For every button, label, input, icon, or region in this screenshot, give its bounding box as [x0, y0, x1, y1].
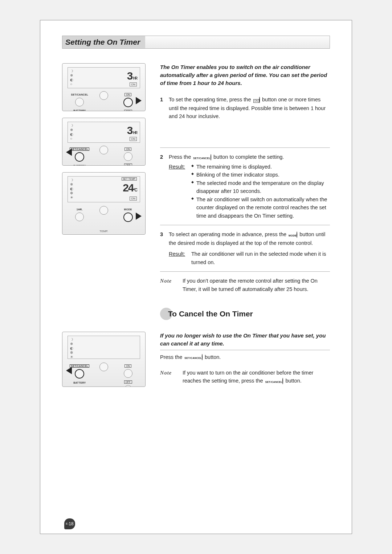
- step-number: 2: [160, 153, 169, 220]
- unlabeled-button-icon: [99, 91, 108, 100]
- cancel-columns: ☽❄◐✼☀ SET/CANCELBATTERY ONOFF If you no …: [62, 332, 330, 393]
- remote-illustration-2: ☽❄◐○ 3HR ON SET/CANCELBATTERY ONOFF: [62, 118, 146, 166]
- timer-unit: HR: [133, 76, 137, 80]
- remote-button-row: SET/CANCELBATTERY ONOFF: [68, 362, 140, 387]
- result-item: The selected mode and the temperature on…: [191, 179, 330, 195]
- remote-screen: ☽❄◐○ 3HR ON: [68, 67, 140, 88]
- unlabeled-button-icon: [99, 206, 108, 215]
- remote-button-row: SET/CANCELBATTERY ONOFF: [68, 90, 140, 111]
- on-timer-inline-icon: ON: [253, 96, 260, 104]
- result-label: Result:: [169, 250, 191, 266]
- cancel-left-column: ☽❄◐✼☀ SET/CANCELBATTERY ONOFF: [62, 332, 146, 393]
- set-cancel-label: SET/CANCEL: [71, 93, 88, 96]
- pointer-icon: [66, 149, 72, 156]
- hr-label: 1HR.: [77, 208, 83, 211]
- remote-button-row: SET/CANCELBATTERY ONOFF: [68, 145, 140, 166]
- cancel-section: To Cancel the On Timer: [160, 308, 330, 320]
- off-timer-button-icon: [124, 385, 132, 387]
- timer-tag: ON: [130, 82, 137, 86]
- step-body: To set the operating time, press the ON …: [169, 96, 330, 120]
- cancel-heading: To Cancel the On Timer: [168, 310, 253, 318]
- mode-icons: ☽❄◐✼☀: [70, 178, 73, 200]
- title-bar: Setting the On Timer: [62, 36, 330, 49]
- page-number-badge: E-18: [64, 518, 75, 529]
- temp-value: 24: [123, 182, 133, 194]
- page-title: Setting the On Timer: [62, 36, 145, 48]
- on-timer-button-icon: [124, 369, 132, 378]
- cancel-pre: Press the: [160, 354, 184, 360]
- note-label: Note: [160, 277, 183, 293]
- step-1: 1 To set the operating time, press the O…: [160, 96, 330, 125]
- unlabeled-button-icon: [99, 146, 108, 154]
- set-cancel-inline-icon: SET/CANCEL: [184, 353, 203, 361]
- off-label: OFF: [124, 163, 132, 166]
- step2-post: button to complete the setting.: [213, 154, 284, 160]
- step-number: 1: [160, 96, 169, 120]
- timer-tag: ON: [130, 197, 137, 201]
- cancel-intro: If you no longer wish to use the On Time…: [160, 332, 330, 348]
- mode-inline-icon: MODE: [289, 231, 297, 239]
- step-number: 3: [160, 230, 169, 266]
- set-cancel-inline-icon: SET/CANCEL: [193, 153, 211, 161]
- set-cancel-label: SET/CANCEL: [70, 364, 89, 368]
- set-cancel-inline-icon: SET/CANCEL: [265, 377, 283, 385]
- on-timer-button-icon: [123, 98, 133, 107]
- on-label: ON: [124, 147, 131, 151]
- timer-hours: 3: [127, 70, 132, 82]
- step3-pre: To select an operating mode in advance, …: [169, 231, 288, 237]
- battery-label: BATTERY: [73, 381, 86, 384]
- off-label: OFF: [124, 380, 132, 384]
- step2-result: Result: The remaining time is displayed.…: [169, 163, 330, 220]
- remote-illustration-1: ☽❄◐○ 3HR ON SET/CANCELBATTERY ONOFF: [62, 63, 146, 111]
- step-2: 2 Press the SET/CANCEL button to complet…: [160, 147, 330, 225]
- mode-label: MODE: [124, 208, 132, 211]
- main-columns: ☽❄◐○ 3HR ON SET/CANCELBATTERY ONOFF: [62, 63, 330, 329]
- page: Setting the On Timer ☽❄◐○ 3HR ON SET/CAN…: [0, 0, 392, 554]
- step3-result: Result: The air conditioner will run in …: [169, 250, 330, 266]
- temp-label: TEMP.: [62, 230, 145, 233]
- mode-icons: ☽❄◐✼☀: [70, 337, 73, 359]
- mode-icons: ☽❄◐○: [70, 124, 73, 141]
- cancel-post: button.: [205, 354, 221, 360]
- remote-illustration-4: ☽❄◐✼☀ SET/CANCELBATTERY ONOFF: [62, 332, 146, 387]
- step-3: 3 To select an operating mode in advance…: [160, 225, 330, 271]
- result-item: Blinking of the timer indicator stops.: [191, 171, 330, 179]
- result-text: The air conditioner will run in the sele…: [191, 250, 330, 266]
- step-body: To select an operating mode in advance, …: [169, 230, 330, 266]
- timer-hours: 3: [127, 124, 132, 136]
- content-area: Setting the On Timer ☽❄◐○ 3HR ON SET/CAN…: [62, 36, 330, 518]
- remote-illustration-3: ☽❄◐✼☀ SET TEMP. 24°C ON 1HR. MODE TEMP.: [62, 172, 146, 235]
- set-cancel-button-icon: [75, 98, 84, 106]
- note-text: If you don't operate the remote control …: [183, 277, 330, 293]
- pointer-icon: [66, 367, 72, 374]
- on-label: ON: [124, 93, 131, 96]
- battery-label: BATTERY: [73, 109, 86, 111]
- remote-button-row: 1HR. MODE: [68, 205, 140, 222]
- on-label: ON: [124, 364, 131, 368]
- pointer-icon: [136, 213, 142, 220]
- unlabeled-button-icon: [99, 363, 108, 371]
- set-cancel-button-icon: [75, 152, 84, 162]
- remote-screen: ☽❄◐✼☀ SET TEMP. 24°C ON: [68, 176, 140, 202]
- off-label: OFF: [124, 110, 132, 111]
- cancel-note-body: If you want to turn on the air condition…: [183, 369, 330, 385]
- timer-unit: HR: [133, 131, 137, 135]
- right-column: The On Timer enables you to switch on th…: [146, 63, 330, 329]
- remote-screen: ☽❄◐✼☀: [68, 336, 140, 359]
- divider: [160, 350, 330, 350]
- page-number: 18: [69, 521, 73, 526]
- temp-unit: °C: [134, 187, 137, 193]
- result-item: The remaining time is displayed.: [191, 163, 330, 171]
- step2-pre: Press the: [169, 154, 192, 160]
- cancel-heading-row: To Cancel the On Timer: [160, 308, 330, 320]
- cancel-right-column: If you no longer wish to use the On Time…: [146, 332, 330, 393]
- battery-label: BATTERY: [73, 165, 86, 166]
- set-cancel-label: SET/CANCEL: [70, 147, 89, 151]
- cancel-line: Press the SET/CANCEL button.: [160, 353, 330, 361]
- on-timer-button-icon: [124, 152, 132, 161]
- step-body: Press the SET/CANCEL button to complete …: [169, 153, 330, 220]
- step1-pre: To set the operating time, press the: [169, 97, 253, 102]
- result-label: Result:: [169, 163, 191, 220]
- step-list: 1 To set the operating time, press the O…: [160, 96, 330, 293]
- note-label: Note: [160, 369, 183, 385]
